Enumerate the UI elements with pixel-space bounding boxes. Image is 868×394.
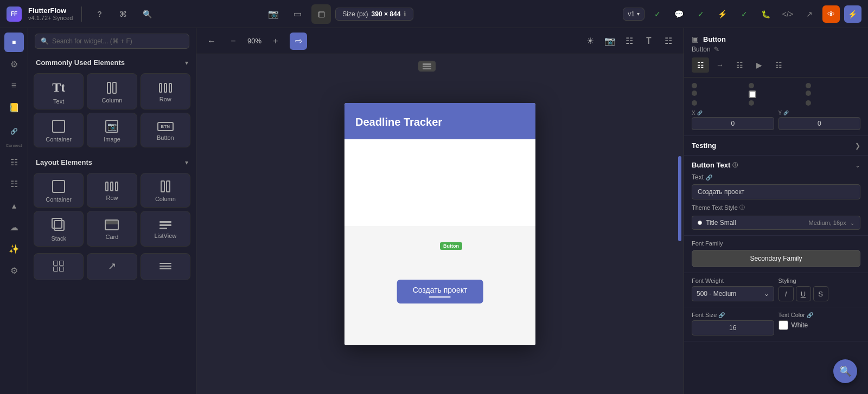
align-dot-tl[interactable] xyxy=(692,83,697,88)
xy-row: X 🔗 Y 🔗 xyxy=(692,110,860,130)
keyboard-button[interactable]: ⌘ xyxy=(114,5,132,23)
fw-select[interactable]: 500 - Medium ⌄ xyxy=(692,286,774,301)
type-icon[interactable]: T xyxy=(641,34,656,49)
zoom-in-btn[interactable]: + xyxy=(268,34,283,49)
testing-label: Testing xyxy=(692,141,716,150)
widget-container[interactable]: Container xyxy=(34,113,84,147)
color-swatch[interactable] xyxy=(778,320,788,330)
layout-column[interactable]: Column xyxy=(141,173,190,208)
widget-image[interactable]: 📷 Image xyxy=(87,113,137,147)
sidebar-table-icon[interactable]: ☷ xyxy=(4,152,24,172)
align-dot-ml[interactable] xyxy=(692,91,697,96)
layout-row[interactable]: Row xyxy=(87,173,137,208)
bt-value[interactable]: Создать проект xyxy=(692,184,860,199)
active-tool-btn[interactable]: ⇨ xyxy=(290,33,307,50)
zoom-out-btn[interactable]: − xyxy=(226,34,241,49)
chat-icon[interactable]: 💬 xyxy=(671,5,688,23)
layout-card[interactable]: Card xyxy=(87,211,137,247)
italic-btn[interactable]: I xyxy=(778,286,794,301)
phone-icon[interactable]: 📷 xyxy=(602,34,617,49)
mobile-button[interactable]: 📷 xyxy=(264,4,283,24)
layout-listview[interactable]: ListView xyxy=(141,211,190,247)
layout-icon[interactable]: ☷ xyxy=(622,34,637,49)
align-dot-bl[interactable] xyxy=(692,100,697,106)
widget-text[interactable]: Tt Text xyxy=(34,73,84,109)
desktop-button[interactable]: ◻ xyxy=(311,4,331,24)
sidebar-connect-icon[interactable]: 🔗 xyxy=(4,121,24,141)
flash-icon[interactable]: ⚡ xyxy=(844,5,861,23)
widget-button[interactable]: BTN Button xyxy=(141,113,190,147)
export-icon[interactable]: ↗ xyxy=(801,5,818,23)
sidebar-cloud-icon[interactable]: ☁ xyxy=(4,217,24,237)
check-icon-2[interactable]: ✓ xyxy=(692,5,710,23)
grid-icon[interactable]: ☷ xyxy=(661,34,676,49)
testing-section[interactable]: Testing ❯ xyxy=(684,136,868,156)
sidebar-api-icon[interactable]: ▴ xyxy=(4,196,24,215)
section-header-layout[interactable]: Layout Elements ▾ xyxy=(28,154,196,171)
sidebar-settings-icon[interactable]: ⚙ xyxy=(4,261,24,280)
align-dot-br[interactable] xyxy=(806,100,811,106)
help-button[interactable]: ? xyxy=(91,5,108,23)
lightning-icon[interactable]: ⚡ xyxy=(714,5,731,23)
canvas-button[interactable]: Создать проект xyxy=(398,280,483,303)
bt-chevron[interactable]: ⌄ xyxy=(855,162,860,169)
sidebar-nav-icon[interactable]: ≡ xyxy=(4,76,24,95)
preview-icon[interactable]: 👁 xyxy=(822,5,840,23)
x-label: X 🔗 xyxy=(692,110,774,116)
bt-info-icon[interactable]: ⓘ xyxy=(732,162,738,169)
section-header-common[interactable]: Commonly Used Elements ▾ xyxy=(28,54,196,71)
widget-panel: 🔍 Search for widget... (⌘ + F) Commonly … xyxy=(28,28,196,394)
search-input-field[interactable]: 🔍 Search for widget... (⌘ + F) xyxy=(35,34,189,49)
rph-tab-properties[interactable]: ☷ xyxy=(692,57,709,73)
sidebar-chart-icon[interactable]: ☷ xyxy=(4,174,24,193)
nav-left-btn[interactable]: ← xyxy=(204,34,219,49)
bt-text-row: Text 🔗 xyxy=(692,173,860,181)
extra-widget-2[interactable]: ↗ xyxy=(87,253,137,280)
canvas-toolbar: ← − 90% + ⇨ ☀ 📷 ☷ T ☷ xyxy=(196,28,684,54)
font-size-input[interactable] xyxy=(692,320,774,335)
y-input[interactable] xyxy=(778,117,861,130)
check-icon-1[interactable]: ✓ xyxy=(649,5,666,23)
x-input[interactable] xyxy=(692,117,774,130)
align-dot-tc[interactable] xyxy=(749,83,754,88)
extra-widget-3-icon xyxy=(159,263,171,269)
version-badge[interactable]: v1 ▾ xyxy=(623,8,644,21)
ff-value[interactable]: Secondary Family xyxy=(692,250,860,267)
widget-row[interactable]: Row xyxy=(141,73,190,109)
tablet-button[interactable]: ▭ xyxy=(288,4,307,24)
strikethrough-btn[interactable]: S xyxy=(813,286,828,301)
align-dot-mc[interactable] xyxy=(749,91,756,98)
widget-column[interactable]: Column xyxy=(87,73,137,109)
rph-tab-states[interactable]: ☷ xyxy=(770,57,787,73)
scrollbar[interactable] xyxy=(678,156,681,241)
code-icon[interactable]: </> xyxy=(779,5,796,23)
search-button[interactable]: 🔍 xyxy=(138,5,156,23)
sidebar-star-icon[interactable]: ✨ xyxy=(4,239,24,259)
underline-btn[interactable]: U xyxy=(796,286,811,301)
sidebar-build-icon[interactable]: ■ xyxy=(4,33,24,52)
layout-container[interactable]: Container xyxy=(34,173,84,208)
bug-icon[interactable]: 🐛 xyxy=(757,5,775,23)
phone-body: Button Создать проект xyxy=(344,139,535,345)
search-fab[interactable]: 🔍 xyxy=(833,359,857,383)
check-icon-3[interactable]: ✓ xyxy=(736,5,753,23)
sidebar-data-icon[interactable]: 📒 xyxy=(4,98,24,117)
align-dot-bc[interactable] xyxy=(749,100,754,106)
extra-widget-1[interactable] xyxy=(34,253,84,280)
layout-stack-icon xyxy=(52,218,66,232)
align-dot-mr[interactable] xyxy=(806,91,811,96)
size-info-icon[interactable]: ℹ xyxy=(404,10,406,18)
sun-icon[interactable]: ☀ xyxy=(583,34,598,49)
rph-tab-layout[interactable]: ☷ xyxy=(731,57,748,73)
edit-name-btn[interactable]: ✎ xyxy=(714,46,719,53)
rph-tab-cursor[interactable]: → xyxy=(711,57,729,73)
hamburger-icon xyxy=(423,66,431,67)
sidebar-widget-icon[interactable]: ⚙ xyxy=(4,54,24,74)
layout-stack[interactable]: Stack xyxy=(34,211,84,247)
theme-info-icon[interactable]: ⓘ xyxy=(739,204,745,211)
rph-tab-play[interactable]: ▶ xyxy=(750,57,768,73)
extra-widget-3[interactable] xyxy=(141,253,190,280)
theme-style-value[interactable]: Title Small Medium, 16px ⌄ xyxy=(692,216,860,230)
color-name: White xyxy=(792,321,808,329)
align-dot-tr[interactable] xyxy=(806,83,811,88)
